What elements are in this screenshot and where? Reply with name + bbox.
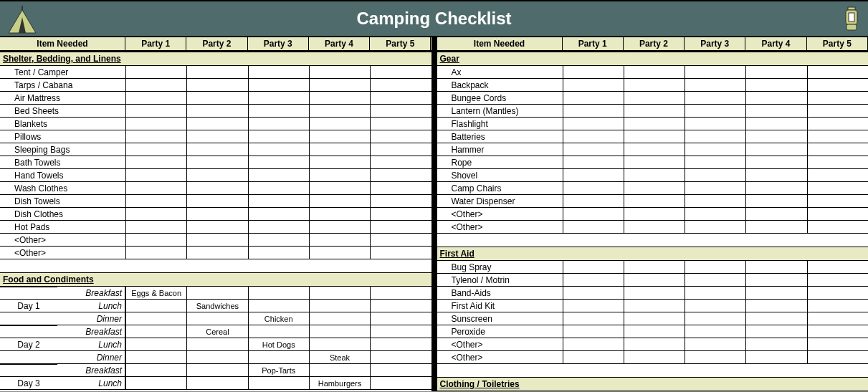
checklist-cell[interactable] <box>370 208 431 220</box>
checklist-cell[interactable] <box>685 169 745 181</box>
food-cell[interactable]: Sandwiches <box>186 300 247 312</box>
food-cell[interactable] <box>248 377 309 389</box>
checklist-cell[interactable] <box>563 182 624 194</box>
food-cell[interactable] <box>125 312 186 325</box>
checklist-cell[interactable] <box>248 195 309 207</box>
checklist-cell[interactable] <box>807 312 868 325</box>
food-cell[interactable] <box>370 325 431 338</box>
checklist-cell[interactable] <box>807 79 868 91</box>
checklist-cell[interactable] <box>807 182 868 194</box>
checklist-cell[interactable] <box>248 130 309 143</box>
checklist-cell[interactable] <box>309 66 370 78</box>
checklist-cell[interactable] <box>563 274 624 286</box>
checklist-cell[interactable] <box>624 118 685 130</box>
checklist-cell[interactable] <box>563 221 624 233</box>
checklist-cell[interactable] <box>248 143 309 156</box>
checklist-cell[interactable] <box>563 312 624 325</box>
checklist-cell[interactable] <box>685 312 745 325</box>
food-cell[interactable] <box>370 377 431 389</box>
checklist-cell[interactable] <box>248 105 309 117</box>
checklist-cell[interactable] <box>186 182 247 194</box>
checklist-cell[interactable] <box>563 195 624 207</box>
checklist-cell[interactable] <box>624 312 685 325</box>
checklist-cell[interactable] <box>745 338 806 350</box>
checklist-cell[interactable] <box>248 182 309 194</box>
checklist-cell[interactable] <box>370 156 431 168</box>
checklist-cell[interactable] <box>807 300 868 312</box>
checklist-cell[interactable] <box>685 130 745 143</box>
food-cell[interactable]: Steak <box>309 351 370 363</box>
checklist-cell[interactable] <box>309 195 370 207</box>
checklist-cell[interactable] <box>685 156 745 168</box>
checklist-cell[interactable] <box>807 156 868 168</box>
checklist-cell[interactable] <box>370 79 431 91</box>
checklist-cell[interactable] <box>370 221 431 233</box>
checklist-cell[interactable] <box>807 325 868 338</box>
checklist-cell[interactable] <box>624 221 685 233</box>
checklist-cell[interactable] <box>125 195 186 207</box>
checklist-cell[interactable] <box>745 287 806 299</box>
checklist-cell[interactable] <box>624 66 685 78</box>
checklist-cell[interactable] <box>125 169 186 181</box>
checklist-cell[interactable] <box>370 169 431 181</box>
checklist-cell[interactable] <box>186 118 247 130</box>
food-cell[interactable]: Hot Dogs <box>248 338 309 350</box>
checklist-cell[interactable] <box>563 169 624 181</box>
checklist-cell[interactable] <box>186 105 247 117</box>
checklist-cell[interactable] <box>370 234 431 246</box>
checklist-cell[interactable] <box>370 118 431 130</box>
checklist-cell[interactable] <box>624 143 685 156</box>
checklist-cell[interactable] <box>370 143 431 156</box>
checklist-cell[interactable] <box>186 208 247 220</box>
checklist-cell[interactable] <box>563 338 624 350</box>
checklist-cell[interactable] <box>309 130 370 143</box>
checklist-cell[interactable] <box>563 287 624 299</box>
checklist-cell[interactable] <box>563 79 624 91</box>
checklist-cell[interactable] <box>807 351 868 363</box>
checklist-cell[interactable] <box>125 247 186 259</box>
checklist-cell[interactable] <box>186 130 247 143</box>
checklist-cell[interactable] <box>685 208 745 220</box>
checklist-cell[interactable] <box>125 221 186 233</box>
checklist-cell[interactable] <box>248 221 309 233</box>
checklist-cell[interactable] <box>624 195 685 207</box>
checklist-cell[interactable] <box>563 300 624 312</box>
checklist-cell[interactable] <box>807 261 868 273</box>
checklist-cell[interactable] <box>370 247 431 259</box>
checklist-cell[interactable] <box>309 105 370 117</box>
checklist-cell[interactable] <box>563 143 624 156</box>
checklist-cell[interactable] <box>745 66 806 78</box>
checklist-cell[interactable] <box>745 169 806 181</box>
checklist-cell[interactable] <box>807 143 868 156</box>
checklist-cell[interactable] <box>309 247 370 259</box>
checklist-cell[interactable] <box>624 351 685 363</box>
checklist-cell[interactable] <box>807 338 868 350</box>
food-cell[interactable] <box>248 325 309 338</box>
checklist-cell[interactable] <box>685 274 745 286</box>
checklist-cell[interactable] <box>186 247 247 259</box>
checklist-cell[interactable] <box>563 325 624 338</box>
checklist-cell[interactable] <box>563 351 624 363</box>
checklist-cell[interactable] <box>186 79 247 91</box>
checklist-cell[interactable] <box>125 118 186 130</box>
checklist-cell[interactable] <box>309 221 370 233</box>
checklist-cell[interactable] <box>125 156 186 168</box>
checklist-cell[interactable] <box>685 182 745 194</box>
food-cell[interactable] <box>186 364 247 376</box>
checklist-cell[interactable] <box>563 208 624 220</box>
checklist-cell[interactable] <box>370 182 431 194</box>
checklist-cell[interactable] <box>370 66 431 78</box>
food-cell[interactable] <box>125 300 186 312</box>
checklist-cell[interactable] <box>563 118 624 130</box>
checklist-cell[interactable] <box>685 143 745 156</box>
food-cell[interactable] <box>186 338 247 350</box>
checklist-cell[interactable] <box>685 351 745 363</box>
checklist-cell[interactable] <box>807 221 868 233</box>
food-cell[interactable]: Chicken <box>248 312 309 325</box>
checklist-cell[interactable] <box>745 92 806 104</box>
food-cell[interactable] <box>370 338 431 350</box>
checklist-cell[interactable] <box>248 234 309 246</box>
checklist-cell[interactable] <box>370 130 431 143</box>
checklist-cell[interactable] <box>624 287 685 299</box>
food-cell[interactable] <box>309 364 370 376</box>
